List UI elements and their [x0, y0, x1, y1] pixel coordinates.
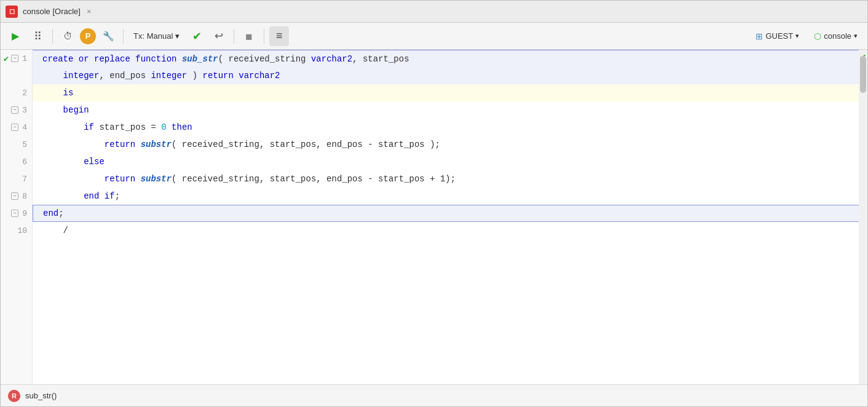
app-icon: ◻ — [6, 6, 18, 18]
indent-5 — [42, 140, 105, 149]
kw-end-8: end if — [84, 191, 114, 201]
line-1-check: ✔ — [4, 53, 9, 64]
p-button[interactable]: P — [80, 28, 96, 44]
guest-label: GUEST — [765, 31, 793, 41]
code-line-7[interactable]: return substr( received_string, start_po… — [33, 170, 859, 188]
line-1b-num: 0 — [22, 71, 27, 81]
separator-1 — [52, 29, 53, 44]
indent-1b — [42, 71, 63, 81]
line-1-fold[interactable]: − — [11, 55, 18, 62]
semi-9: ; — [58, 208, 63, 218]
param-1: received_string — [229, 54, 311, 64]
console-label: console — [824, 31, 851, 41]
status-function-name: sub_str() — [25, 391, 57, 400]
p-icon: P — [85, 31, 91, 41]
kw-return-7: return — [105, 174, 141, 184]
indent-10 — [42, 226, 63, 235]
scrollbar[interactable]: ✔ — [859, 50, 867, 384]
console-button[interactable]: ⬡ console ▾ — [809, 29, 862, 44]
indent-8 — [42, 191, 84, 201]
line-3-fold[interactable]: − — [11, 106, 18, 114]
stop-icon: ◼ — [245, 31, 253, 41]
run-button[interactable] — [6, 26, 25, 46]
close-button[interactable]: × — [87, 7, 92, 16]
code-line-3[interactable]: begin — [33, 101, 859, 119]
debug-button[interactable]: ⠿ — [28, 26, 47, 46]
separator-4 — [264, 29, 264, 44]
kw-else: else — [84, 157, 105, 167]
stop-button[interactable]: ◼ — [239, 26, 259, 46]
comma-1: , — [352, 54, 363, 64]
code-line-9[interactable]: end; — [33, 205, 859, 222]
line-2-num: 2 — [22, 89, 27, 98]
kw-return-5: return — [105, 140, 141, 149]
line-9-num: 9 — [22, 209, 27, 218]
code-line-2[interactable]: is — [33, 84, 859, 101]
kw-integer-1: integer — [63, 71, 100, 81]
kw-or: or — [79, 54, 94, 64]
semi-8: ; — [115, 191, 120, 201]
tx-button[interactable]: Tx: Manual ▾ — [128, 29, 184, 43]
commit-button[interactable]: ✔ — [187, 26, 207, 46]
indent-3 — [42, 105, 63, 115]
punct-1: ( — [218, 54, 229, 64]
fn-substr-5: substr — [141, 140, 172, 149]
code-line-1[interactable]: create or replace function sub_str( rece… — [33, 50, 859, 67]
code-line-8[interactable]: end if; — [33, 188, 859, 205]
fn-name: sub_str — [182, 54, 218, 64]
code-line-1b[interactable]: integer, end_pos integer ) return varcha… — [33, 67, 859, 84]
code-area[interactable]: create or replace function sub_str( rece… — [33, 50, 859, 384]
line-num-3: − 3 — [1, 101, 32, 119]
line-num-7: 7 — [1, 170, 32, 188]
kw-end-9: end — [43, 208, 58, 218]
line-6-num: 6 — [22, 157, 27, 167]
grid-button[interactable]: ≡ — [269, 26, 289, 46]
indent-4 — [42, 122, 84, 132]
line-9-fold[interactable]: − — [11, 210, 18, 217]
editor-body: ✔ − 1 0 2 − 3 — [1, 50, 867, 384]
line-10-num: 10 — [17, 226, 27, 235]
line-4-num: 4 — [22, 123, 27, 132]
line-num-1b: 0 — [1, 67, 32, 84]
space-then — [167, 122, 172, 132]
separator-2 — [123, 29, 124, 44]
toolbar-right: ⊞ GUEST ▾ ⬡ console ▾ — [751, 29, 862, 44]
debug-icon: ⠿ — [34, 30, 42, 43]
line-num-8: − 8 — [1, 188, 32, 205]
window-title: console [Oracle] — [23, 7, 81, 16]
guest-button[interactable]: ⊞ GUEST ▾ — [751, 29, 804, 44]
param-2: start_pos — [363, 54, 409, 64]
line-numbers: ✔ − 1 0 2 − 3 — [1, 50, 33, 384]
kw-is: is — [63, 88, 74, 98]
line-4-fold[interactable]: − — [11, 124, 18, 131]
db-icon: ⬡ — [814, 31, 821, 41]
status-icon-label: R — [12, 392, 17, 400]
editor-container: ✔ − 1 0 2 − 3 — [1, 50, 867, 406]
var-startpos: start_pos = — [99, 122, 161, 132]
line-8-fold[interactable]: − — [11, 192, 18, 200]
undo-button[interactable]: ↩ — [209, 26, 229, 46]
grid-icon: ≡ — [276, 30, 283, 42]
kw-integer-2: integer — [151, 71, 187, 81]
status-bar: R sub_str() — [1, 384, 867, 406]
check-icon: ✔ — [192, 30, 202, 43]
main-area: ✔ − 1 0 2 − 3 — [1, 50, 867, 406]
toolbar: ⠿ ⏱ P 🔧 Tx: Manual ▾ ✔ ↩ ◼ ≡ — [1, 23, 867, 50]
main-window: ◻ console [Oracle] × ⠿ ⏱ P 🔧 Tx: Manual … — [0, 0, 868, 407]
kw-function: function — [135, 54, 182, 64]
kw-begin: begin — [63, 105, 89, 115]
status-icon: R — [8, 390, 20, 402]
history-button[interactable]: ⏱ — [58, 26, 77, 46]
code-line-6[interactable]: else — [33, 153, 859, 170]
scrollbar-thumb[interactable] — [860, 56, 866, 93]
code-line-4[interactable]: if start_pos = 0 then — [33, 119, 859, 136]
code-line-10[interactable]: / — [33, 222, 859, 239]
kw-then: then — [172, 122, 192, 132]
title-bar: ◻ console [Oracle] × — [1, 1, 867, 23]
code-line-5[interactable]: return substr( received_string, start_po… — [33, 136, 859, 153]
tx-chevron-icon: ▾ — [175, 31, 180, 41]
run-icon — [12, 30, 19, 42]
wrench-button[interactable]: 🔧 — [98, 26, 118, 46]
code-content: create or replace function sub_str( rece… — [33, 50, 859, 239]
separator-3 — [234, 29, 234, 44]
